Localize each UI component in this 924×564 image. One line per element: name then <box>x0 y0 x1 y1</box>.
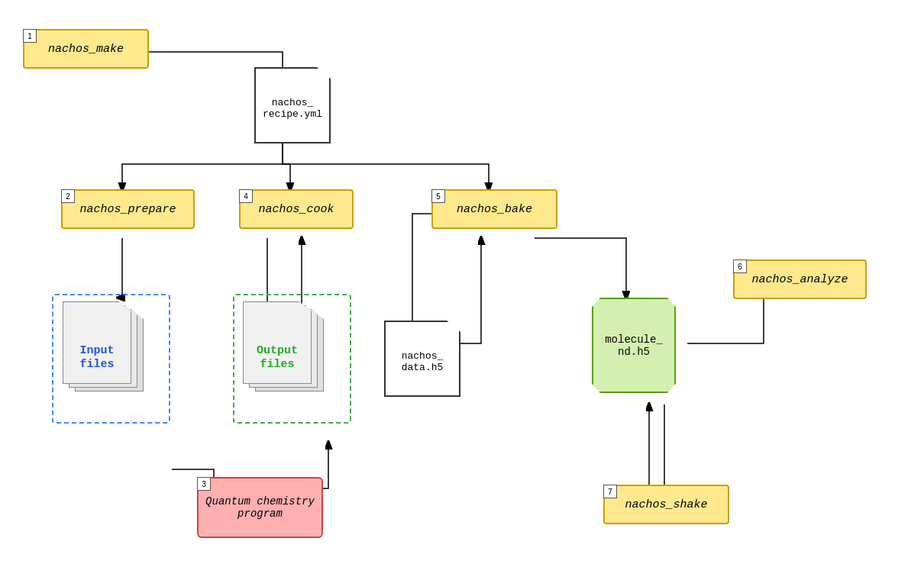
nachos-prepare-node: 2 nachos_prepare <box>61 189 195 229</box>
nachos-make-node: 1 nachos_make <box>23 29 149 69</box>
nachos-recipe-label: nachos_recipe.yml <box>263 97 322 120</box>
molecule-nd-node: molecule_nd.h5 <box>592 298 676 393</box>
nachos-shake-label: nachos_shake <box>625 498 707 511</box>
node-number-5: 5 <box>431 189 445 203</box>
node-number-6: 6 <box>733 259 747 273</box>
nachos-data-node: nachos_data.h5 <box>384 321 460 397</box>
nachos-shake-node: 7 nachos_shake <box>603 485 729 524</box>
nachos-data-label: nachos_data.h5 <box>402 350 444 373</box>
output-files-label: Outputfiles <box>257 344 298 371</box>
nachos-recipe-node: nachos_recipe.yml <box>254 67 331 143</box>
node-number-4: 4 <box>239 189 253 203</box>
nachos-analyze-label: nachos_analyze <box>751 273 848 286</box>
node-number-3: 3 <box>197 477 211 491</box>
node-number-7: 7 <box>603 485 617 498</box>
quantum-chem-label: Quantum chemistryprogram <box>205 495 315 520</box>
diagram-container: 1 nachos_make nachos_recipe.yml 2 nachos… <box>0 0 924 564</box>
molecule-nd-label: molecule_nd.h5 <box>605 334 663 358</box>
node-number-2: 2 <box>61 189 75 203</box>
nachos-make-label: nachos_make <box>48 43 124 56</box>
nachos-bake-label: nachos_bake <box>457 203 532 216</box>
input-files-label: Inputfiles <box>79 344 114 371</box>
nachos-analyze-node: 6 nachos_analyze <box>733 259 867 299</box>
nachos-prepare-label: nachos_prepare <box>79 203 176 216</box>
nachos-bake-node: 5 nachos_bake <box>431 189 557 229</box>
nachos-cook-node: 4 nachos_cook <box>239 189 354 229</box>
quantum-chem-node: 3 Quantum chemistryprogram <box>197 477 323 538</box>
node-number-1: 1 <box>23 29 37 43</box>
nachos-cook-label: nachos_cook <box>258 203 334 216</box>
